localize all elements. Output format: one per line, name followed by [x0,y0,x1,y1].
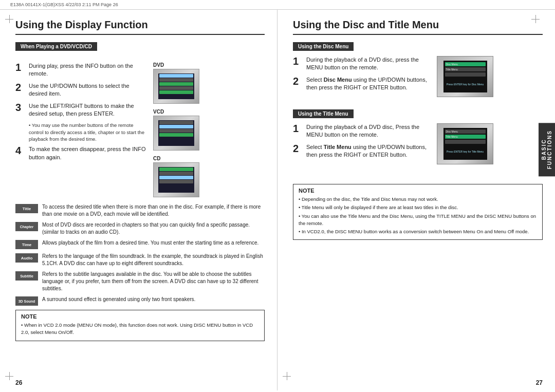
top-bar-text: E138A 00141X-1(GB)XSS 4/22/03 2:11 PM Pa… [10,2,118,7]
3dsound-badge: 3D Sound [15,296,38,306]
icon-row-audio: Audio Refers to the language of the film… [15,253,265,267]
step-text-4: To make the screen disappear, press the … [29,145,149,161]
cd-label: CD [153,156,160,161]
title-step-text-1: During the playback of a DVD disc, Press… [306,123,432,139]
icon-row-chapter: Chapter Most of DVD discs are recorded i… [15,221,265,236]
time-badge: Time [15,240,38,249]
dvd-screen [153,69,199,104]
icon-rows: Title To access the desired title when t… [15,203,265,306]
disc-screen-note: Press ENTER key for Disc Menu [446,82,485,87]
left-page-num: 26 [15,379,22,386]
dvd-screen-block: DVD [153,62,199,104]
disc-step-num-2: 2 [293,76,304,86]
title-desc: To access the desired title when there i… [42,203,265,218]
right-note-title: NOTE [299,188,537,194]
basic-functions-tab: BASIC FUNCTIONS [539,123,555,176]
step-1: 1 During play, press the INFO button on … [15,62,149,78]
audio-badge: Audio [15,253,38,263]
dvd-label: DVD [153,62,164,68]
title-screen-note: Press ENTER key for Title Menu [446,149,485,155]
crosshair-bottom-mid [283,372,291,380]
title-screen-inner: Disc Menu Title Menu Press ENTER key for… [443,128,487,160]
subtitle-badge: Subtitle [15,271,38,281]
audio-desc: Refers to the language of the film sound… [42,253,265,267]
top-bar: E138A 00141X-1(GB)XSS 4/22/03 2:11 PM Pa… [0,0,555,10]
disc-screen-wrapper: Disc Menu Title Menu Press ENTER key for… [437,56,493,97]
disc-step-1: 1 During the playback of a DVD disc, pre… [293,56,432,72]
step-num-1: 1 [15,62,27,72]
disc-screen-inner: Disc Menu Title Menu Press ENTER key for… [443,61,487,92]
sub-bullet-1: You may use the number buttons of the re… [29,122,149,142]
title-screen-wrapper: Disc Menu Title Menu Press ENTER key for… [437,123,493,164]
title-badge: Title [15,204,38,213]
content-area: Using the Display Function When Playing … [0,10,555,390]
step-3: 3 Use the LEFT/RIGHT buttons to make the… [15,102,149,118]
chapter-badge: Chapter [15,222,38,231]
title-step-2: 2 Select Title Menu using the UP/DOWN bu… [293,143,432,159]
left-note-line-1: When in VCD 2.0 mode (MENU ON mode), thi… [21,322,259,337]
right-panel: Using the Disc and Title Menu Using the … [278,10,555,390]
crosshair-bottom-left [5,372,13,380]
step-4: 4 To make the screen disappear, press th… [15,145,149,161]
cd-screen [153,162,199,197]
right-section-title: Using the Disc and Title Menu [293,19,543,35]
3dsound-desc: A surround sound effect is generated usi… [42,296,195,303]
title-step-num-1: 1 [293,123,304,134]
disc-step-2: 2 Select Disc Menu using the UP/DOWN but… [293,76,432,92]
icon-row-time: Time Allows playback of the film from a … [15,239,265,249]
chapter-desc: Most of DVD discs are recorded in chapte… [42,221,265,236]
title-step-1: 1 During the playback of a DVD disc, Pre… [293,123,432,139]
title-device-screen: Disc Menu Title Menu Press ENTER key for… [437,123,493,164]
subtitle-desc: Refers to the subtitle languages availab… [42,271,265,292]
disc-menu-section: Using the Disc Menu 1 During the playbac… [293,42,543,97]
title-step-text-2: Select Title Menu using the UP/DOWN butt… [306,143,432,159]
when-playing-label: When Playing a DVD/VCD/CD [15,42,97,51]
time-desc: Allows playback of the film from a desir… [42,239,258,247]
title-menu-section: Using the Title Menu 1 During the playba… [293,109,543,164]
vcd-label: VCD [153,109,164,115]
icon-row-subtitle: Subtitle Refers to the subtitle language… [15,271,265,292]
crosshair-top-right [531,15,540,23]
cd-screen-block: CD [153,156,199,197]
left-note-title: NOTE [21,313,259,320]
disc-step-num-1: 1 [293,56,304,66]
right-note-text: Depending on the disc, the Title and Dis… [299,196,537,235]
vcd-screen [153,116,199,151]
disc-device-screen: Disc Menu Title Menu Press ENTER key for… [437,56,493,97]
right-note-line-1: Depending on the disc, the Title and Dis… [299,196,537,203]
right-note-box: NOTE Depending on the disc, the Title an… [293,184,543,240]
step-text-2: Use the UP/DOWN buttons to select the de… [29,82,149,98]
step-num-3: 3 [15,102,27,113]
right-note-line-3: You can also use the Title Menu and the … [299,213,537,228]
left-section-title: Using the Display Function [15,19,265,35]
left-note-text: When in VCD 2.0 mode (MENU ON mode), thi… [21,322,259,337]
step-text-3: Use the LEFT/RIGHT buttons to make the d… [29,102,149,118]
vcd-screen-block: VCD [153,109,199,151]
left-panel: Using the Display Function When Playing … [0,10,278,390]
crosshair-top-left [5,15,13,23]
disc-step-text-1: During the playback of a DVD disc, press… [306,56,432,72]
right-page-num: 27 [536,379,543,386]
step-2: 2 Use the UP/DOWN buttons to select the … [15,82,149,98]
disc-menu-label: Using the Disc Menu [293,42,354,51]
step-num-2: 2 [15,82,27,92]
right-note-line-2: Title Menu will only be displayed if the… [299,204,537,211]
left-note-box: NOTE When in VCD 2.0 mode (MENU ON mode)… [15,310,265,341]
disc-step-text-2: Select Disc Menu using the UP/DOWN butto… [306,76,432,92]
right-note-line-4: In VCD2.0, the DISC MENU button works as… [299,228,537,235]
icon-row-title: Title To access the desired title when t… [15,203,265,218]
icon-row-3dsound: 3D Sound A surround sound effect is gene… [15,296,265,306]
step-text-1: During play, press the INFO button on th… [29,62,149,78]
title-step-num-2: 2 [293,143,304,154]
title-menu-label: Using the Title Menu [293,109,354,118]
step-num-4: 4 [15,145,27,156]
